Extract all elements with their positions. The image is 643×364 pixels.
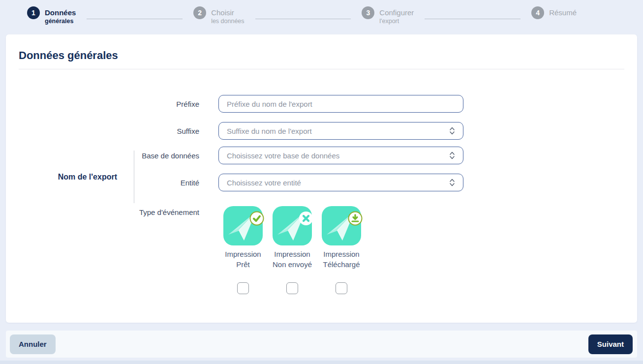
stepper-connector	[425, 19, 521, 19]
paper-plane-download-icon[interactable]	[322, 206, 361, 245]
database-row: Base de données Choisissez votre base de…	[6, 147, 637, 164]
step-4-number-badge: 4	[531, 6, 544, 19]
cross-badge-icon	[299, 211, 313, 226]
event-option-label: Impression Non envoyé	[268, 249, 317, 282]
step-3-number-badge: 3	[362, 6, 374, 19]
impression-telecharge-checkbox[interactable]	[336, 282, 347, 294]
event-type-label: Type d'événement	[6, 206, 199, 216]
step-3-title: Configurer	[379, 8, 414, 17]
chevron-updown-icon	[449, 151, 455, 160]
suffix-row: Suffixe Suffixe du nom de l'export	[6, 122, 637, 140]
stepper-step-configurer-export[interactable]: 3 Configurer l'export	[362, 6, 414, 25]
event-type-options: Impression Prêt	[218, 206, 366, 294]
stepper-step-resume[interactable]: 4 Résumé	[531, 6, 577, 19]
event-option-label: Impression Téléchargé	[317, 249, 366, 282]
stepper-step-donnees-generales[interactable]: 1 Données générales	[27, 6, 76, 25]
entity-select[interactable]: Choisissez votre entité	[218, 174, 463, 191]
chevron-updown-icon	[449, 178, 455, 187]
paper-plane-cross-icon[interactable]	[273, 206, 312, 245]
title-divider	[19, 69, 624, 69]
export-form: Nom de l'export Préfixe Suffixe Suffixe …	[6, 95, 637, 294]
step-2-subtitle: les données	[211, 18, 244, 25]
wizard-stepper: 1 Données générales 2 Choisir les donnée…	[0, 0, 643, 34]
database-select[interactable]: Choisissez votre base de données	[218, 147, 463, 164]
page-title: Données générales	[6, 34, 637, 62]
group-vertical-divider	[134, 151, 134, 203]
wizard-footer: Annuler Suivant	[6, 331, 637, 358]
download-badge-icon	[348, 211, 363, 226]
event-type-row: Type d'événement	[6, 206, 637, 294]
database-select-value: Choisissez votre base de données	[227, 152, 339, 160]
event-option-label: Impression Prêt	[218, 249, 268, 282]
suffix-label: Suffixe	[6, 127, 199, 135]
event-option-impression-non-envoye: Impression Non envoyé	[268, 206, 317, 294]
stepper-connector	[87, 19, 183, 19]
cancel-button[interactable]: Annuler	[10, 334, 56, 354]
step-3-subtitle: l'export	[379, 18, 414, 25]
bottom-edge-strip	[0, 361, 643, 364]
paper-plane-check-icon[interactable]	[223, 206, 263, 245]
impression-pret-checkbox[interactable]	[237, 282, 249, 294]
next-button[interactable]: Suivant	[588, 334, 633, 354]
check-badge-icon	[249, 211, 264, 226]
chevron-updown-icon	[449, 126, 455, 135]
suffix-select[interactable]: Suffixe du nom de l'export	[218, 122, 463, 140]
main-card: Données générales Nom de l'export Préfix…	[6, 34, 637, 323]
step-2-number-badge: 2	[193, 6, 206, 19]
step-4-title: Résumé	[549, 8, 577, 17]
stepper-connector	[255, 19, 351, 19]
step-2-title: Choisir	[211, 8, 244, 17]
event-option-impression-pret: Impression Prêt	[218, 206, 268, 294]
suffix-select-value: Suffixe du nom de l'export	[227, 127, 312, 135]
step-1-subtitle: générales	[45, 18, 76, 25]
group-label-nom-export: Nom de l'export	[19, 173, 117, 182]
prefix-row: Préfixe	[6, 95, 637, 113]
entity-select-value: Choisissez votre entité	[227, 179, 301, 187]
prefix-label: Préfixe	[6, 100, 199, 108]
impression-non-envoye-checkbox[interactable]	[286, 282, 298, 294]
step-1-title: Données	[45, 8, 76, 17]
event-option-impression-telecharge: Impression Téléchargé	[317, 206, 366, 294]
prefix-input[interactable]	[218, 95, 463, 113]
step-1-number-badge: 1	[27, 6, 40, 19]
database-label: Base de données	[6, 152, 199, 160]
stepper-step-choisir-les-donnees[interactable]: 2 Choisir les données	[193, 6, 244, 25]
